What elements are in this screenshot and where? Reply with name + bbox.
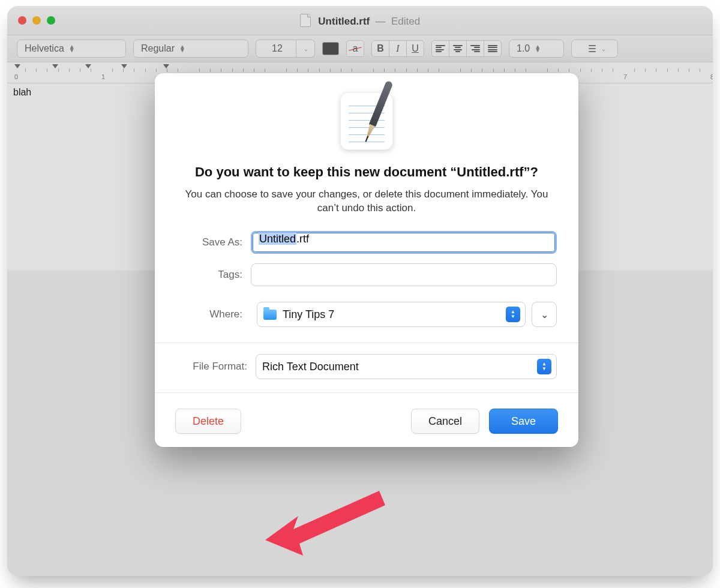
chevron-down-icon: ⌵ [304,46,308,52]
file-format-popup[interactable]: Rich Text Document ▲▼ [256,354,557,379]
file-format-label: File Format: [176,361,247,373]
delete-button[interactable]: Delete [175,409,241,434]
align-left-button[interactable] [431,40,449,57]
ruler-number: 1 [101,73,105,80]
close-window-button[interactable] [18,16,26,25]
save-dialog: Do you want to keep this new document “U… [155,73,578,447]
updown-icon: ▲▼ [179,45,185,52]
window-title-filename: Untitled.rtf [318,16,370,27]
updown-icon: ▲▼ [506,307,520,322]
dialog-subtext: You can choose to save your changes, or … [179,187,554,216]
font-family-select[interactable]: Helvetica ▲▼ [17,40,126,58]
zoom-window-button[interactable] [47,16,55,25]
chevron-down-icon: ⌄ [541,309,548,320]
document-icon [300,14,311,27]
alignment-group [431,40,502,57]
font-style-value: Regular [141,43,175,54]
expand-save-panel-button[interactable]: ⌄ [532,302,557,327]
updown-icon: ▲▼ [537,359,551,374]
ruler-number: 7 [623,73,627,80]
chevron-down-icon: ⌵ [602,46,605,52]
format-toolbar: Helvetica ▲▼ Regular ▲▼ 12 ⌵ a B I U [7,35,713,62]
ruler-number: 8 [710,73,713,80]
line-spacing-value: 1.0 [517,43,530,54]
svg-marker-0 [265,491,385,556]
window-title-status: Edited [391,16,420,27]
align-right-button[interactable] [466,40,484,57]
align-right-icon [470,45,480,52]
save-as-label: Save As: [176,236,242,248]
italic-button[interactable]: I [389,40,407,57]
font-size-stepper[interactable]: ⌵ [296,40,315,58]
list-style-select[interactable]: ⌵ [571,40,618,58]
ruler-number: 0 [14,73,18,80]
updown-icon: ▲▼ [535,45,541,52]
traffic-lights [18,16,55,25]
align-center-icon [453,45,463,52]
file-format-value: Rich Text Document [262,361,359,373]
titlebar: Untitled.rtf — Edited [7,6,713,35]
align-justify-button[interactable] [484,40,502,57]
font-size-field[interactable]: 12 [256,40,296,58]
font-weight-group: B I U [371,40,424,57]
tags-field[interactable] [251,263,557,286]
tags-label: Tags: [176,269,242,281]
tab-stop-icon[interactable] [14,64,20,68]
save-as-extension: .rtf [296,233,309,245]
dialog-app-icon [155,73,578,150]
text-color-swatch[interactable] [322,42,339,55]
align-justify-icon [488,45,497,52]
save-as-selection: Untitled [259,233,296,245]
font-style-select[interactable]: Regular ▲▼ [133,40,248,58]
bold-button[interactable]: B [371,40,389,57]
list-icon [586,45,596,52]
underline-button[interactable]: U [406,40,424,57]
font-family-value: Helvetica [25,43,64,54]
tab-stop-icon[interactable] [52,64,58,68]
window: Untitled.rtf — Edited Helvetica ▲▼ Regul… [7,6,713,576]
window-title: Untitled.rtf — Edited [7,14,713,28]
where-label: Where: [176,308,242,320]
minimize-window-button[interactable] [32,16,41,25]
cancel-button[interactable]: Cancel [411,409,479,434]
annotation-arrow-icon [262,474,394,558]
where-popup[interactable]: Tiny Tips 7 ▲▼ [257,302,526,327]
tab-stop-icon[interactable] [163,64,169,68]
where-value: Tiny Tips 7 [283,308,334,321]
dialog-heading: Do you want to keep this new document “U… [175,163,558,181]
save-button[interactable]: Save [489,409,558,434]
line-spacing-select[interactable]: 1.0 ▲▼ [509,40,564,58]
font-size-value: 12 [272,43,283,54]
highlight-color-button[interactable]: a [346,40,364,57]
editor-text: blah [13,87,31,97]
align-center-button[interactable] [449,40,467,57]
align-left-icon [436,45,445,52]
tab-stop-icon[interactable] [121,64,127,68]
save-as-field[interactable]: Untitled.rtf [251,231,557,254]
folder-icon [263,310,277,320]
updown-icon: ▲▼ [69,45,75,52]
tab-stop-icon[interactable] [85,64,91,68]
